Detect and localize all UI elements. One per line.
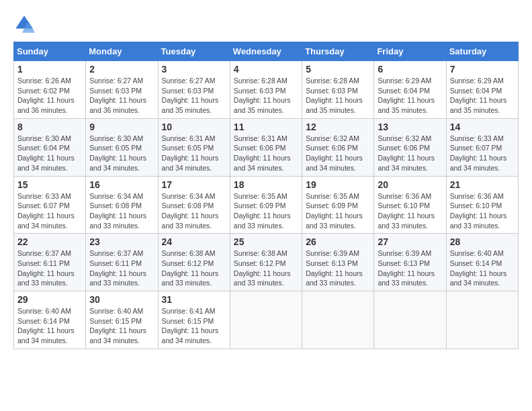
calendar-cell: 3 Sunrise: 6:27 AM Sunset: 6:03 PM Dayli… (158, 61, 230, 119)
calendar-cell: 2 Sunrise: 6:27 AM Sunset: 6:03 PM Dayli… (86, 61, 158, 119)
day-detail: Sunrise: 6:40 AM Sunset: 6:14 PM Dayligh… (17, 306, 82, 346)
weekday-header-monday: Monday (86, 42, 158, 61)
calendar-cell: 9 Sunrise: 6:30 AM Sunset: 6:05 PM Dayli… (86, 118, 158, 176)
calendar-cell: 8 Sunrise: 6:30 AM Sunset: 6:04 PM Dayli… (14, 118, 86, 176)
day-detail: Sunrise: 6:33 AM Sunset: 6:07 PM Dayligh… (450, 134, 515, 173)
day-detail: Sunrise: 6:31 AM Sunset: 6:06 PM Dayligh… (234, 134, 298, 173)
day-number: 10 (162, 122, 226, 132)
day-number: 4 (234, 64, 298, 75)
day-number: 18 (234, 179, 298, 190)
day-number: 6 (378, 64, 442, 75)
calendar-cell: 16 Sunrise: 6:34 AM Sunset: 6:08 PM Dayl… (86, 176, 158, 234)
day-number: 12 (306, 122, 370, 132)
calendar-week-3: 15 Sunrise: 6:33 AM Sunset: 6:07 PM Dayl… (14, 176, 519, 234)
day-number: 29 (17, 294, 82, 305)
calendar-cell: 22 Sunrise: 6:37 AM Sunset: 6:11 PM Dayl… (14, 234, 86, 291)
day-detail: Sunrise: 6:35 AM Sunset: 6:09 PM Dayligh… (306, 191, 370, 231)
calendar-cell: 27 Sunrise: 6:39 AM Sunset: 6:13 PM Dayl… (374, 234, 446, 291)
day-number: 1 (17, 64, 82, 75)
day-detail: Sunrise: 6:27 AM Sunset: 6:03 PM Dayligh… (89, 76, 154, 116)
day-number: 15 (17, 179, 82, 190)
day-detail: Sunrise: 6:29 AM Sunset: 6:04 PM Dayligh… (378, 76, 442, 116)
calendar-cell: 14 Sunrise: 6:33 AM Sunset: 6:07 PM Dayl… (446, 118, 518, 176)
calendar-body: 1 Sunrise: 6:26 AM Sunset: 6:02 PM Dayli… (14, 61, 519, 349)
day-number: 26 (306, 236, 370, 247)
calendar-table: SundayMondayTuesdayWednesdayThursdayFrid… (13, 42, 519, 349)
calendar-cell: 1 Sunrise: 6:26 AM Sunset: 6:02 PM Dayli… (14, 61, 86, 119)
calendar-cell: 29 Sunrise: 6:40 AM Sunset: 6:14 PM Dayl… (14, 291, 86, 349)
calendar-cell: 6 Sunrise: 6:29 AM Sunset: 6:04 PM Dayli… (374, 61, 446, 119)
day-detail: Sunrise: 6:37 AM Sunset: 6:11 PM Dayligh… (17, 248, 82, 288)
weekday-header-friday: Friday (374, 42, 446, 61)
day-number: 25 (234, 236, 298, 247)
logo-icon (13, 13, 35, 35)
calendar-cell: 23 Sunrise: 6:37 AM Sunset: 6:11 PM Dayl… (86, 234, 158, 291)
weekday-header-tuesday: Tuesday (158, 42, 230, 61)
calendar-cell: 28 Sunrise: 6:40 AM Sunset: 6:14 PM Dayl… (446, 234, 518, 291)
calendar-cell: 5 Sunrise: 6:28 AM Sunset: 6:03 PM Dayli… (302, 61, 374, 119)
weekday-header-saturday: Saturday (446, 42, 518, 61)
day-number: 17 (162, 179, 226, 190)
day-detail: Sunrise: 6:40 AM Sunset: 6:15 PM Dayligh… (89, 306, 154, 346)
calendar-cell: 17 Sunrise: 6:34 AM Sunset: 6:08 PM Dayl… (158, 176, 230, 234)
calendar-cell (230, 291, 302, 349)
logo (13, 13, 38, 35)
calendar-cell: 31 Sunrise: 6:41 AM Sunset: 6:15 PM Dayl… (158, 291, 230, 349)
calendar-cell: 26 Sunrise: 6:39 AM Sunset: 6:13 PM Dayl… (302, 234, 374, 291)
calendar-cell (446, 291, 518, 349)
day-detail: Sunrise: 6:36 AM Sunset: 6:10 PM Dayligh… (450, 191, 515, 231)
calendar-cell: 10 Sunrise: 6:31 AM Sunset: 6:05 PM Dayl… (158, 118, 230, 176)
day-detail: Sunrise: 6:38 AM Sunset: 6:12 PM Dayligh… (162, 248, 226, 288)
day-number: 11 (234, 122, 298, 132)
day-detail: Sunrise: 6:30 AM Sunset: 6:04 PM Dayligh… (17, 134, 82, 173)
day-number: 2 (89, 64, 154, 75)
day-detail: Sunrise: 6:31 AM Sunset: 6:05 PM Dayligh… (162, 134, 226, 173)
calendar-week-1: 1 Sunrise: 6:26 AM Sunset: 6:02 PM Dayli… (14, 61, 519, 119)
day-detail: Sunrise: 6:40 AM Sunset: 6:14 PM Dayligh… (450, 248, 515, 288)
day-number: 21 (450, 179, 515, 190)
day-number: 23 (89, 236, 154, 247)
calendar-cell: 12 Sunrise: 6:32 AM Sunset: 6:06 PM Dayl… (302, 118, 374, 176)
day-detail: Sunrise: 6:32 AM Sunset: 6:06 PM Dayligh… (378, 134, 442, 173)
day-detail: Sunrise: 6:33 AM Sunset: 6:07 PM Dayligh… (17, 191, 82, 231)
day-number: 22 (17, 236, 82, 247)
day-detail: Sunrise: 6:39 AM Sunset: 6:13 PM Dayligh… (306, 248, 370, 288)
day-number: 9 (89, 122, 154, 132)
day-number: 31 (162, 294, 226, 305)
calendar-cell (302, 291, 374, 349)
calendar-cell: 18 Sunrise: 6:35 AM Sunset: 6:09 PM Dayl… (230, 176, 302, 234)
calendar-week-2: 8 Sunrise: 6:30 AM Sunset: 6:04 PM Dayli… (14, 118, 519, 176)
calendar-cell (374, 291, 446, 349)
day-number: 16 (89, 179, 154, 190)
day-number: 30 (89, 294, 154, 305)
calendar-cell: 15 Sunrise: 6:33 AM Sunset: 6:07 PM Dayl… (14, 176, 86, 234)
day-detail: Sunrise: 6:29 AM Sunset: 6:04 PM Dayligh… (450, 76, 515, 116)
calendar-cell: 25 Sunrise: 6:38 AM Sunset: 6:12 PM Dayl… (230, 234, 302, 291)
calendar-cell: 4 Sunrise: 6:28 AM Sunset: 6:03 PM Dayli… (230, 61, 302, 119)
calendar-cell: 11 Sunrise: 6:31 AM Sunset: 6:06 PM Dayl… (230, 118, 302, 176)
calendar-cell: 20 Sunrise: 6:36 AM Sunset: 6:10 PM Dayl… (374, 176, 446, 234)
weekday-header-wednesday: Wednesday (230, 42, 302, 61)
calendar-cell: 7 Sunrise: 6:29 AM Sunset: 6:04 PM Dayli… (446, 61, 518, 119)
day-detail: Sunrise: 6:28 AM Sunset: 6:03 PM Dayligh… (234, 76, 298, 116)
day-detail: Sunrise: 6:28 AM Sunset: 6:03 PM Dayligh… (306, 76, 370, 116)
day-number: 27 (378, 236, 442, 247)
weekday-header-thursday: Thursday (302, 42, 374, 61)
day-detail: Sunrise: 6:41 AM Sunset: 6:15 PM Dayligh… (162, 306, 226, 346)
weekday-header-sunday: Sunday (14, 42, 86, 61)
calendar-week-5: 29 Sunrise: 6:40 AM Sunset: 6:14 PM Dayl… (14, 291, 519, 349)
day-number: 3 (162, 64, 226, 75)
day-number: 14 (450, 122, 515, 132)
day-detail: Sunrise: 6:38 AM Sunset: 6:12 PM Dayligh… (234, 248, 298, 288)
calendar-header-row: SundayMondayTuesdayWednesdayThursdayFrid… (14, 42, 519, 61)
day-number: 7 (450, 64, 515, 75)
day-number: 8 (17, 122, 82, 132)
day-number: 13 (378, 122, 442, 132)
day-number: 19 (306, 179, 370, 190)
day-detail: Sunrise: 6:37 AM Sunset: 6:11 PM Dayligh… (89, 248, 154, 288)
day-detail: Sunrise: 6:30 AM Sunset: 6:05 PM Dayligh… (89, 134, 154, 173)
day-detail: Sunrise: 6:36 AM Sunset: 6:10 PM Dayligh… (378, 191, 442, 231)
calendar-week-4: 22 Sunrise: 6:37 AM Sunset: 6:11 PM Dayl… (14, 234, 519, 291)
calendar-cell: 30 Sunrise: 6:40 AM Sunset: 6:15 PM Dayl… (86, 291, 158, 349)
day-detail: Sunrise: 6:39 AM Sunset: 6:13 PM Dayligh… (378, 248, 442, 288)
